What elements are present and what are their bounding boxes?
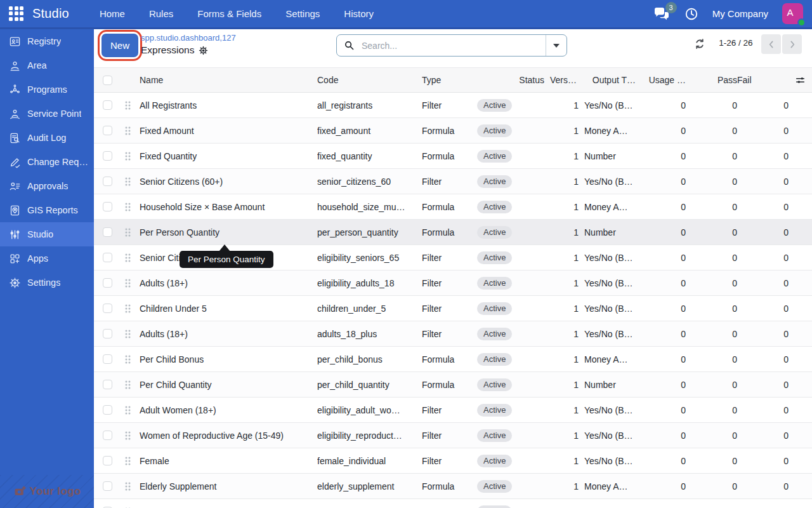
breadcrumb[interactable]: spp.studio.dashboard,127 bbox=[141, 33, 236, 43]
avatar[interactable]: A bbox=[782, 3, 803, 24]
table-row[interactable]: Fixed Quantityfixed_quantityFormulaActiv… bbox=[94, 144, 812, 169]
row-checkbox[interactable] bbox=[103, 456, 112, 465]
nav-forms-fields[interactable]: Forms & Fields bbox=[197, 8, 261, 19]
column-header-version[interactable]: Version bbox=[544, 75, 579, 85]
column-header-output-t[interactable]: Output T… bbox=[579, 75, 636, 85]
drag-handle-icon[interactable] bbox=[124, 380, 140, 390]
table-row[interactable]: Elderly Supplementelderly_supplementForm… bbox=[94, 474, 812, 499]
sidebar-item-change-req[interactable]: Change Req… bbox=[0, 150, 94, 174]
column-header-name[interactable]: Name bbox=[140, 75, 317, 85]
column-header-pass[interactable]: Pass bbox=[686, 75, 737, 85]
cell-fail: 0 bbox=[737, 380, 789, 390]
page-settings-gear-icon[interactable] bbox=[199, 46, 208, 55]
drag-handle-icon[interactable] bbox=[124, 354, 140, 364]
table-row[interactable]: Senior Citizens (60+)senior_citizens_60F… bbox=[94, 169, 812, 194]
refresh-icon[interactable] bbox=[693, 37, 706, 50]
clock-icon[interactable] bbox=[684, 7, 698, 21]
drag-handle-icon[interactable] bbox=[124, 304, 140, 314]
column-config-icon[interactable] bbox=[789, 75, 812, 86]
drag-handle-icon[interactable] bbox=[124, 253, 140, 263]
cell-output-type: Yes/No (B… bbox=[579, 253, 636, 263]
drag-handle-icon[interactable] bbox=[124, 227, 140, 237]
drag-handle-icon[interactable] bbox=[124, 278, 140, 288]
sidebar-item-studio[interactable]: Studio bbox=[0, 222, 94, 246]
nav-rules[interactable]: Rules bbox=[149, 8, 173, 19]
table-row[interactable]: Per Child Quantityper_child_quantityForm… bbox=[94, 372, 812, 398]
chat-icon[interactable]: 3 bbox=[653, 6, 671, 22]
column-header-usage[interactable]: Usage … bbox=[636, 75, 686, 85]
cell-fail: 0 bbox=[737, 481, 789, 491]
drag-handle-icon[interactable] bbox=[124, 431, 140, 441]
tooltip-arrow-icon bbox=[219, 244, 230, 251]
table-row[interactable]: Femalefemale_individualFilterActive1Yes/… bbox=[94, 448, 812, 474]
sidebar-item-approvals[interactable]: Approvals bbox=[0, 174, 94, 198]
sidebar-item-gis-reports[interactable]: GIS Reports bbox=[0, 198, 94, 222]
sidebar-item-registry[interactable]: Registry bbox=[0, 29, 94, 53]
drag-handle-icon[interactable] bbox=[124, 126, 140, 136]
column-header-type[interactable]: Type bbox=[422, 75, 477, 85]
search-options-dropdown[interactable] bbox=[546, 35, 566, 56]
table-row[interactable]: Per Person Quantityper_person_quantityFo… bbox=[94, 220, 812, 245]
cell-usage: 0 bbox=[636, 456, 686, 466]
cell-usage: 0 bbox=[636, 126, 686, 136]
company-name[interactable]: My Company bbox=[712, 8, 768, 19]
row-checkbox[interactable] bbox=[103, 329, 112, 338]
row-checkbox[interactable] bbox=[103, 304, 112, 313]
row-checkbox[interactable] bbox=[103, 100, 112, 110]
table-row[interactable]: Women of Reproductive Age (15-49)eligibi… bbox=[94, 423, 812, 448]
drag-handle-icon[interactable] bbox=[124, 405, 140, 415]
next-page-button[interactable] bbox=[782, 34, 802, 54]
drag-handle-icon[interactable] bbox=[124, 456, 140, 466]
cell-pass: 0 bbox=[686, 354, 737, 364]
cell-type: Filter bbox=[422, 329, 477, 339]
sidebar-item-area[interactable]: Area bbox=[0, 53, 94, 77]
row-checkbox[interactable] bbox=[103, 126, 112, 135]
row-checkbox[interactable] bbox=[103, 405, 112, 415]
table-row[interactable]: All Registrantsall_registrantsFilterActi… bbox=[94, 93, 812, 118]
row-checkbox[interactable] bbox=[103, 431, 112, 440]
table-row[interactable]: Per Child Bonusper_child_bonusFormulaAct… bbox=[94, 347, 812, 372]
drag-handle-icon[interactable] bbox=[124, 100, 140, 110]
sidebar-item-audit-log[interactable]: Audit Log bbox=[0, 126, 94, 150]
table-row[interactable]: Household Size × Base Amounthousehold_si… bbox=[94, 194, 812, 220]
drag-handle-icon[interactable] bbox=[124, 481, 140, 491]
sidebar-item-apps[interactable]: Apps bbox=[0, 246, 94, 271]
column-header-status[interactable]: Status bbox=[477, 75, 544, 85]
table-row[interactable]: Adults (18+)adults_18_plusFilterActive1Y… bbox=[94, 321, 812, 347]
row-checkbox[interactable] bbox=[103, 202, 112, 211]
sidebar-item-settings[interactable]: Settings bbox=[0, 271, 94, 295]
row-checkbox[interactable] bbox=[103, 354, 112, 364]
search-input[interactable] bbox=[360, 40, 546, 51]
app-grid-icon[interactable] bbox=[9, 6, 24, 22]
table-row[interactable]: Adult Women (18+)eligibility_adult_wo…Fi… bbox=[94, 398, 812, 423]
row-checkbox[interactable] bbox=[103, 177, 112, 186]
drag-handle-icon[interactable] bbox=[124, 202, 140, 212]
drag-handle-icon[interactable] bbox=[124, 177, 140, 187]
approvals-icon bbox=[9, 180, 21, 192]
row-checkbox[interactable] bbox=[103, 380, 112, 389]
sidebar-item-service-point[interactable]: Service Point bbox=[0, 102, 94, 126]
row-checkbox[interactable] bbox=[103, 227, 112, 237]
select-all-checkbox[interactable] bbox=[103, 76, 112, 85]
cell-output-type: Yes/No (B… bbox=[579, 278, 636, 288]
drag-handle-icon[interactable] bbox=[124, 329, 140, 339]
previous-page-button[interactable] bbox=[761, 34, 781, 54]
sidebar-item-programs[interactable]: Programs bbox=[0, 77, 94, 102]
cell-version: 1 bbox=[544, 481, 579, 491]
column-header-code[interactable]: Code bbox=[317, 75, 422, 85]
row-checkbox[interactable] bbox=[103, 253, 112, 262]
new-button[interactable]: New bbox=[102, 34, 138, 57]
row-checkbox[interactable] bbox=[103, 481, 112, 491]
nav-history[interactable]: History bbox=[344, 8, 374, 19]
status-badge: Active bbox=[477, 124, 512, 137]
row-checkbox[interactable] bbox=[103, 151, 112, 161]
drag-handle-icon[interactable] bbox=[124, 151, 140, 161]
table-row[interactable]: Disability Adjustmenteligibility_adjustm… bbox=[94, 499, 812, 508]
nav-settings[interactable]: Settings bbox=[285, 8, 320, 19]
row-checkbox[interactable] bbox=[103, 278, 112, 288]
table-row[interactable]: Children Under 5children_under_5FilterAc… bbox=[94, 296, 812, 321]
table-row[interactable]: Adults (18+)eligibility_adults_18FilterA… bbox=[94, 271, 812, 296]
table-row[interactable]: Fixed Amountfixed_amountFormulaActive1Mo… bbox=[94, 118, 812, 144]
column-header-fail[interactable]: Fail bbox=[737, 75, 789, 85]
nav-home[interactable]: Home bbox=[100, 8, 125, 19]
